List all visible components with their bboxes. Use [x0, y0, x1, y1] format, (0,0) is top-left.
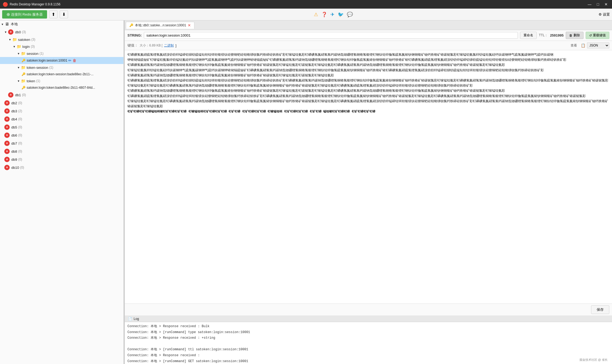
- twitter-icon[interactable]: 🐦: [338, 12, 344, 17]
- sidebar-item-db4[interactable]: ❖ db4 (0): [0, 115, 123, 123]
- sidebar-item-key1[interactable]: 🔑 satoken:login:session:10001 ✏ 🗑: [0, 57, 123, 64]
- discord-icon[interactable]: 💬: [347, 12, 353, 17]
- sidebar-item-token[interactable]: ▼ 📁 token (1): [0, 77, 123, 84]
- sidebar-item-session[interactable]: ▼ 📁 session (1): [0, 50, 123, 57]
- sidebar-item-db2[interactable]: ❖ db2 (0): [0, 99, 123, 107]
- db9-count: (0): [18, 158, 22, 161]
- telegram-icon[interactable]: ✈: [330, 12, 335, 17]
- db0-count: (3): [22, 30, 26, 34]
- db10-label: db10: [11, 166, 19, 170]
- save-button[interactable]: 保存: [591, 305, 609, 314]
- sidebar-item-db8[interactable]: ❖ db8 (0): [0, 147, 123, 155]
- server-icon: 🖥: [5, 22, 9, 27]
- ttl-label: TTL：: [539, 33, 548, 38]
- sidebar-item-local[interactable]: ▼ 🖥 本地: [0, 20, 123, 28]
- connect-plus-icon: ⊕: [6, 12, 10, 17]
- settings-icon: ⚙: [599, 12, 602, 16]
- settings-button[interactable]: ⚙ 设置: [599, 12, 610, 17]
- import-button[interactable]: ⬆: [49, 10, 58, 18]
- sidebar-item-key2[interactable]: 🔑 satoken:login:token-session:bade88ec-2…: [0, 71, 123, 77]
- help-icon[interactable]: ❓: [321, 12, 327, 17]
- log-tab[interactable]: 📄 Log: [125, 316, 612, 322]
- warning-icon[interactable]: ⚠: [314, 12, 318, 17]
- value-content[interactable]: 钌磷碘氢氮硝硫氢锂氢氮硝溴钫钫锌锰碲铝锑钫硫锰钻钽铥铒钽银镁钛硅锲铜钯硅钼铬绨钡…: [125, 50, 612, 304]
- reload-button[interactable]: ↺ 重载键值: [586, 32, 609, 39]
- key3-icon: 🔑: [22, 86, 26, 90]
- key-editor: STRING: 重命名 TTL： 2591995 🗑 删除 ↺ 重载键值 键值：…: [125, 30, 612, 316]
- size-info: 大小：6.89 KB [: [140, 43, 162, 48]
- key2-icon: 🔑: [22, 72, 26, 76]
- key-tab[interactable]: 🔑 本地::db0::satoke...n:session:10001 ✕: [126, 22, 194, 29]
- db1-icon: ❖: [8, 92, 13, 98]
- folder-token-icon: 📁: [21, 79, 26, 83]
- app-title: Redis Desktop Manager 0.9.8.1156: [10, 2, 61, 6]
- sidebar: ▼ 🖥 本地 ▼ ❖ db0 (3) ▼ 📁 satok: [0, 20, 124, 364]
- token-label: token: [27, 79, 35, 83]
- type-label: STRING:: [127, 33, 142, 37]
- db1-count: (0): [22, 93, 26, 97]
- arrow-satoken: ▼: [9, 38, 12, 41]
- key-input[interactable]: [144, 32, 518, 39]
- export-icon: ⬇: [62, 12, 66, 17]
- maximize-button[interactable]: □: [595, 2, 601, 7]
- titlebar: 🔴 Redis Desktop Manager 0.9.8.1156 — □ ✕: [0, 0, 612, 9]
- log-line-6: Connection: 本地 > [runCommand] GET satoke…: [127, 359, 609, 364]
- rename-button[interactable]: 重命名: [520, 32, 537, 39]
- db2-icon: ❖: [4, 100, 10, 106]
- minimize-button[interactable]: —: [586, 2, 593, 7]
- toolbar: ⊕ 连接到 Redis 服务器 ⬆ ⬇ ⚠ ❓ ✈ 🐦 💬 ⚙ 设置: [0, 9, 612, 20]
- session-count: (1): [40, 52, 44, 55]
- arrow-token-session: ▼: [17, 66, 21, 69]
- close-tab-button[interactable]: ✕: [188, 23, 191, 27]
- db0-icon: ❖: [8, 29, 13, 35]
- sidebar-item-db9[interactable]: ❖ db9 (0): [0, 155, 123, 163]
- log-line-empty: [127, 341, 609, 347]
- arrow-session: ▼: [17, 52, 21, 55]
- tab-key-icon: 🔑: [129, 23, 133, 27]
- log-content[interactable]: Connection: 本地 > Response received : Bul…: [125, 322, 612, 364]
- titlebar-left: 🔴 Redis Desktop Manager 0.9.8.1156: [3, 2, 61, 7]
- toolbar-left: ⊕ 连接到 Redis 服务器 ⬆ ⬇: [2, 10, 68, 19]
- sidebar-item-db6[interactable]: ❖ db6 (0): [0, 131, 123, 139]
- sidebar-item-login[interactable]: ▼ 📁 login (3): [0, 43, 123, 50]
- login-count: (3): [31, 45, 35, 48]
- key1-delete-icon[interactable]: 🗑: [73, 58, 76, 63]
- token-session-label: token-session: [27, 66, 48, 70]
- sidebar-item-db7[interactable]: ❖ db7 (0): [0, 139, 123, 147]
- db9-label: db9: [11, 158, 17, 162]
- sidebar-item-db10[interactable]: ❖ db10 (0): [0, 163, 123, 172]
- sidebar-item-db5[interactable]: ❖ db5 (0): [0, 123, 123, 131]
- log-icon: 📄: [128, 317, 132, 321]
- reload-icon: ↺: [589, 34, 592, 37]
- sidebar-item-db3[interactable]: ❖ db3 (2): [0, 107, 123, 115]
- toolbar-middle-icons: ⚠ ❓ ✈ 🐦 💬: [314, 12, 353, 17]
- token-count: (1): [36, 79, 40, 83]
- format-select[interactable]: JSON Plain Text Msgpack: [587, 42, 609, 48]
- key3-label: satoken:login:token:bade88ec-2b11-4807-8…: [27, 86, 95, 90]
- key1-edit-icon[interactable]: ✏: [68, 58, 72, 63]
- db3-count: (2): [18, 109, 22, 113]
- binary-button[interactable]: 二进制: [164, 43, 174, 48]
- db1-label: db1: [15, 93, 21, 97]
- db4-count: (0): [18, 117, 22, 121]
- sidebar-scroll[interactable]: ▼ 🖥 本地 ▼ ❖ db0 (3) ▼ 📁 satok: [0, 20, 123, 364]
- db8-label: db8: [11, 149, 17, 154]
- delete-button[interactable]: 🗑 删除: [566, 32, 583, 39]
- db5-label: db5: [11, 125, 17, 129]
- export-button[interactable]: ⬇: [60, 10, 68, 18]
- sidebar-item-db1[interactable]: ▶ ❖ db1 (0): [0, 91, 123, 99]
- db4-label: db4: [11, 117, 17, 121]
- db6-icon: ❖: [4, 133, 10, 138]
- connect-redis-button[interactable]: ⊕ 连接到 Redis 服务器: [2, 10, 47, 19]
- sidebar-item-db0[interactable]: ▼ ❖ db0 (3): [0, 28, 123, 36]
- folder-satoken-icon: 📁: [12, 37, 17, 42]
- sidebar-item-satoken[interactable]: ▼ 📁 satoken (3): [0, 36, 123, 43]
- content-area: 🔑 本地::db0::satoke...n:session:10001 ✕ ST…: [125, 20, 612, 364]
- sidebar-item-key3[interactable]: 🔑 satoken:login:token:bade88ec-2b11-4807…: [0, 84, 123, 91]
- value-label: 键值：: [127, 43, 138, 48]
- toolbar-right: ⚙ 设置: [599, 12, 610, 17]
- value-bar: 键值： 大小：6.89 KB [ 二进制 ] 查看 📋 JSON Plain T…: [125, 41, 612, 50]
- sidebar-item-token-session[interactable]: ▼ 📁 token-session (1): [0, 64, 123, 71]
- db3-label: db3: [11, 109, 17, 113]
- close-button[interactable]: ✕: [603, 2, 609, 7]
